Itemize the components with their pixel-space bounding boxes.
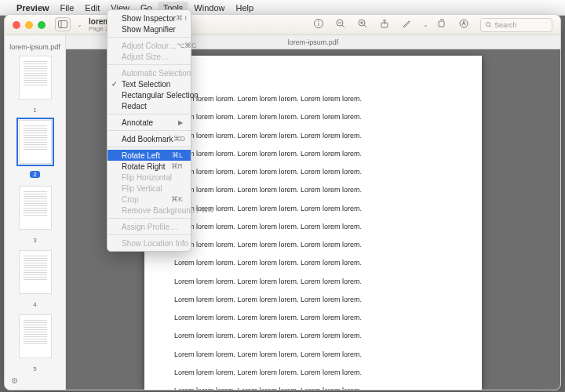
menu-item-label: Flip Vertical [122,184,162,193]
document-text-line: Lorem lorem lorem. Lorem lorem lorem. Lo… [174,314,452,322]
minimize-button[interactable] [25,21,33,29]
menu-item-show-inspector[interactable]: Show Inspector⌘ I [108,13,191,24]
menu-item-label: Rotate Left [122,151,160,160]
markup-pen-icon[interactable] [401,18,415,32]
search-input[interactable]: Search [480,18,552,32]
menu-item-annotate[interactable]: Annotate▶ [108,117,191,128]
menu-item-label: Automatic Selection [122,69,191,78]
svg-point-4 [318,20,319,22]
thumbnail-page-3[interactable] [19,186,52,230]
menu-item-adjust-size: Adjust Size… [108,51,191,62]
menu-edit[interactable]: Edit [79,2,105,14]
thumbnail-page-2[interactable] [19,120,52,164]
thumbnail-page-5[interactable] [19,314,52,358]
svg-rect-0 [59,21,67,28]
menu-item-crop: Crop⌘K [108,194,191,205]
menu-item-redact[interactable]: Redact [108,100,191,111]
menu-file[interactable]: File [55,2,80,14]
menu-item-rotate-right[interactable]: Rotate Right⌘R [108,161,191,172]
menu-item-label: Rotate Right [122,162,166,171]
submenu-arrow-icon: ▶ [178,119,183,126]
menu-item-label: Crop [122,195,139,204]
menu-shortcut: ⇧⌘K [195,206,213,214]
sidebar-toggle-button[interactable] [55,17,71,31]
traffic-lights [5,21,46,29]
markup-toolbar-icon[interactable] [458,18,472,32]
thumbnail-number: 1 [33,107,36,114]
document-text-line: Lorem lorem lorem. Lorem lorem lorem. Lo… [174,387,452,390]
document-text-line: Lorem lorem lorem. Lorem lorem lorem. Lo… [174,150,452,158]
menu-item-show-magnifier[interactable]: Show Magnifier [108,24,191,34]
document-text-line: Lorem lorem lorem. Lorem lorem lorem. Lo… [174,259,452,267]
menu-shortcut: ⌥⌘C [177,42,197,49]
svg-rect-14 [439,21,444,27]
document-text-line: Lorem lorem lorem. Lorem lorem lorem. Lo… [174,278,452,286]
thumbnail-sidebar: lorem-ipsum.pdf 12345 ⚙︎ [5,35,66,390]
menu-item-label: Flip Horizontal [122,173,172,182]
menu-shortcut: ⌘L [172,151,183,159]
chevron-down-icon[interactable]: ⌄ [77,21,82,28]
menu-item-remove-background: Remove Background⇧⌘K [108,205,191,216]
menu-item-text-selection[interactable]: ✓Text Selection [108,78,191,89]
menu-item-label: Show Inspector [122,14,176,23]
gear-icon[interactable]: ⚙︎ [11,376,18,385]
document-text-line: Lorem lorem lorem. Lorem lorem lorem. Lo… [174,368,452,377]
document-page: Lorem lorem lorem. Lorem lorem lorem. Lo… [144,56,482,390]
rotate-icon[interactable] [436,18,450,32]
menu-item-label: Adjust Size… [122,53,169,61]
svg-line-6 [342,25,344,27]
menu-window[interactable]: Window [188,2,230,14]
menu-help[interactable]: Help [230,2,259,14]
document-text-line: Lorem lorem lorem. Lorem lorem lorem. Lo… [174,205,452,213]
menu-item-label: Assign Profile… [122,223,177,231]
document-text-line: Lorem lorem lorem. Lorem lorem lorem. Lo… [174,350,452,359]
sidebar-filename: lorem-ipsum.pdf [5,43,65,51]
menu-item-label: Annotate [122,118,153,127]
thumbnail-page-4[interactable] [19,250,52,294]
svg-line-17 [490,26,491,27]
zoom-out-icon[interactable] [335,18,349,32]
document-text-line: Lorem lorem lorem. Lorem lorem lorem. Lo… [174,241,452,249]
thumbnail-number: 2 [30,171,39,178]
menu-item-flip-horizontal: Flip Horizontal [108,172,191,183]
share-icon[interactable] [379,18,393,32]
thumbnail-page-1[interactable] [19,56,52,100]
document-text-line: Lorem lorem lorem. Lorem lorem lorem. Lo… [174,186,452,194]
thumbnail-number: 3 [33,237,36,244]
menu-item-label: Rectangular Selection [122,91,199,100]
thumbnail-number: 4 [33,301,36,308]
menu-shortcut: ⌘R [171,162,184,170]
zoom-in-icon[interactable] [357,18,371,32]
titlebar: ⌄ lorem-ipsum.pdf Page 2 of 5 ⌄ Search [5,15,560,35]
close-button[interactable] [13,21,20,29]
svg-point-16 [487,23,490,27]
app-menu[interactable]: Preview [11,2,55,14]
menu-shortcut: ⌘D [173,135,186,143]
menu-item-rotate-left[interactable]: Rotate Left⌘L [108,150,191,161]
menu-item-label: Show Location Info [122,239,188,248]
menu-shortcut: ⌘K [171,195,183,203]
thumbnail-number: 5 [33,365,36,372]
tools-menu: Show Inspector⌘ IShow MagnifierAdjust Co… [107,9,191,252]
chevron-down-icon[interactable]: ⌄ [423,21,428,28]
search-placeholder: Search [494,21,517,29]
info-icon[interactable] [313,18,327,32]
menu-item-rectangular-selection[interactable]: Rectangular Selection [108,89,191,100]
system-menubar: Preview FileEditViewGoToolsWindowHelp [0,0,565,16]
document-text-line: Lorem lorem lorem. Lorem lorem lorem. Lo… [174,223,452,231]
preview-window: ⌄ lorem-ipsum.pdf Page 2 of 5 ⌄ Search l… [4,14,561,390]
menu-item-add-bookmark[interactable]: Add Bookmark⌘D [108,133,191,144]
document-text-line: Lorem lorem lorem. Lorem lorem lorem. Lo… [174,95,452,103]
menu-item-label: Adjust Colour… [122,42,177,50]
menu-item-show-location-info: Show Location Info [108,238,191,249]
menu-item-assign-profile: Assign Profile… [108,221,191,232]
menu-item-automatic-selection: Automatic Selection [108,67,191,78]
document-text-line: Lorem lorem lorem. Lorem lorem lorem. Lo… [174,332,452,340]
svg-line-9 [364,25,366,27]
maximize-button[interactable] [38,21,46,29]
document-text-line: Lorem lorem lorem. Lorem lorem lorem. Lo… [174,132,452,140]
document-text-line: Lorem lorem lorem. Lorem lorem lorem. Lo… [174,168,452,176]
menu-item-label: Redact [122,102,147,111]
document-text-line: Lorem lorem lorem. Lorem lorem lorem. Lo… [174,296,452,304]
menu-shortcut: ⌘ I [176,14,187,22]
